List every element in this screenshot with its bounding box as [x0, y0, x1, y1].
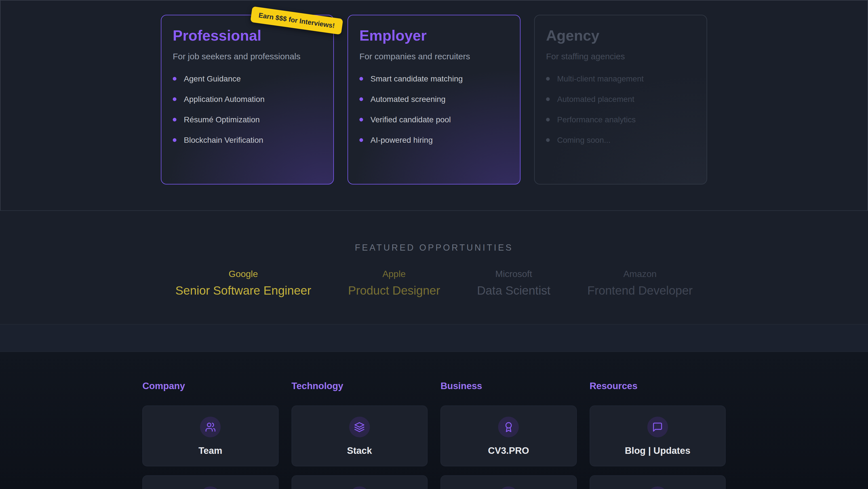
plan-feature-list: Smart candidate matching Automated scree…: [360, 74, 508, 145]
bullet-icon: [360, 77, 363, 81]
plan-card-agency: Agency For staffing agencies Multi-clien…: [534, 15, 707, 184]
footer-tile-cv3pro[interactable]: CV3.PRO: [440, 406, 577, 466]
tile-icon-circle: [349, 416, 370, 437]
award-icon: [503, 422, 514, 433]
featured-job-apple[interactable]: Apple Product Designer: [348, 269, 440, 297]
bullet-icon: [360, 97, 363, 101]
plan-feature-label: Agent Guidance: [184, 74, 241, 83]
plans-section: Earn $$$ for Interviews! Professional Fo…: [0, 0, 868, 211]
tile-icon-circle: [200, 416, 221, 437]
footer-tile-partial[interactable]: [143, 476, 279, 489]
landing-page: Earn $$$ for Interviews! Professional Fo…: [0, 0, 868, 489]
featured-job-amazon[interactable]: Amazon Frontend Developer: [587, 269, 693, 297]
plan-feature: Agent Guidance: [173, 74, 322, 83]
footer-column-resources: Resources Blog | Updates: [590, 381, 726, 489]
footer-tile-partial[interactable]: [291, 476, 428, 489]
plan-feature: Multi-client management: [546, 74, 695, 83]
footer-column-technology: Technology Stack: [291, 381, 428, 489]
plan-feature-label: AI-powered hiring: [370, 136, 433, 145]
plan-title: Agency: [546, 27, 695, 44]
tile-icon-circle: [647, 486, 668, 489]
footer-tile-partial[interactable]: [440, 476, 577, 489]
message-square-icon: [652, 422, 663, 433]
featured-heading: FEATURED OPPORTUNITIES: [0, 243, 868, 253]
tile-label: Stack: [347, 445, 372, 456]
job-title: Frontend Developer: [587, 284, 693, 297]
site-footer: Company Team Technology: [0, 352, 868, 489]
plan-feature: Automated screening: [360, 95, 508, 104]
plan-feature: Automated placement: [546, 95, 695, 104]
plan-feature-list: Agent Guidance Application Automation Ré…: [173, 74, 322, 145]
tile-icon-circle: [498, 486, 519, 489]
plan-feature: Application Automation: [173, 95, 322, 104]
tile-icon-circle: [349, 486, 370, 489]
plan-feature: Verified candidate pool: [360, 115, 508, 124]
footer-tile-team[interactable]: Team: [143, 406, 279, 466]
footer-column-heading: Company: [143, 381, 279, 392]
plan-feature: Smart candidate matching: [360, 74, 508, 83]
plan-feature-label: Blockchain Verification: [184, 136, 263, 145]
job-title: Senior Software Engineer: [175, 284, 311, 297]
job-title: Data Scientist: [477, 284, 550, 297]
tile-icon-circle: [647, 416, 668, 437]
plan-title: Professional: [173, 27, 322, 44]
plan-feature-label: Performance analytics: [557, 115, 636, 124]
plan-feature: Blockchain Verification: [173, 136, 322, 145]
footer-grid: Company Team Technology: [143, 381, 725, 489]
layers-icon: [354, 422, 365, 433]
featured-opportunities-section: FEATURED OPPORTUNITIES Google Senior Sof…: [0, 211, 868, 324]
footer-column-company: Company Team: [143, 381, 279, 489]
plan-subtitle: For companies and recruiters: [360, 52, 508, 61]
footer-tile-partial[interactable]: [590, 476, 726, 489]
plan-feature: AI-powered hiring: [360, 136, 508, 145]
job-company: Microsoft: [477, 269, 550, 279]
bullet-icon: [360, 138, 363, 142]
plan-feature-list: Multi-client management Automated placem…: [546, 74, 695, 145]
plan-subtitle: For staffing agencies: [546, 52, 695, 61]
tile-label: Team: [198, 445, 222, 456]
plan-feature: Coming soon...: [546, 136, 695, 145]
footer-column-heading: Business: [440, 381, 577, 392]
plan-feature: Performance analytics: [546, 115, 695, 124]
plans-row: Professional For job seekers and profess…: [161, 15, 707, 184]
footer-column-business: Business CV3.PRO: [440, 381, 577, 489]
tile-label: CV3.PRO: [488, 445, 529, 456]
plan-feature: Résumé Optimization: [173, 115, 322, 124]
users-icon: [205, 422, 216, 433]
featured-job-microsoft[interactable]: Microsoft Data Scientist: [477, 269, 550, 297]
plan-title: Employer: [360, 27, 508, 44]
plan-feature-label: Automated placement: [557, 95, 634, 104]
footer-tile-blog[interactable]: Blog | Updates: [590, 406, 726, 466]
plan-feature-label: Automated screening: [370, 95, 446, 104]
plan-feature-label: Multi-client management: [557, 74, 644, 83]
plan-card-employer[interactable]: Employer For companies and recruiters Sm…: [347, 15, 521, 184]
plan-feature-label: Application Automation: [184, 95, 265, 104]
plan-feature-label: Smart candidate matching: [370, 74, 463, 83]
tile-label: Blog | Updates: [625, 445, 690, 456]
bullet-icon: [173, 118, 177, 121]
tile-icon-circle: [200, 486, 221, 489]
job-company: Google: [175, 269, 311, 279]
bullet-icon: [546, 77, 550, 81]
job-title: Product Designer: [348, 284, 440, 297]
tile-icon-circle: [498, 416, 519, 437]
job-company: Amazon: [587, 269, 693, 279]
bullet-icon: [546, 118, 550, 121]
bullet-icon: [546, 138, 550, 142]
footer-column-heading: Technology: [291, 381, 428, 392]
plan-subtitle: For job seekers and professionals: [173, 52, 322, 61]
footer-tile-stack[interactable]: Stack: [291, 406, 428, 466]
section-divider-band: [0, 324, 868, 352]
plan-feature-label: Coming soon...: [557, 136, 611, 145]
bullet-icon: [173, 97, 177, 101]
featured-job-google[interactable]: Google Senior Software Engineer: [175, 269, 311, 297]
bullet-icon: [360, 118, 363, 121]
featured-jobs-row: Google Senior Software Engineer Apple Pr…: [0, 269, 868, 297]
footer-column-heading: Resources: [590, 381, 726, 392]
plan-card-professional[interactable]: Professional For job seekers and profess…: [161, 15, 334, 184]
plan-feature-label: Résumé Optimization: [184, 115, 260, 124]
job-company: Apple: [348, 269, 440, 279]
plan-feature-label: Verified candidate pool: [370, 115, 451, 124]
bullet-icon: [173, 77, 177, 81]
bullet-icon: [546, 97, 550, 101]
